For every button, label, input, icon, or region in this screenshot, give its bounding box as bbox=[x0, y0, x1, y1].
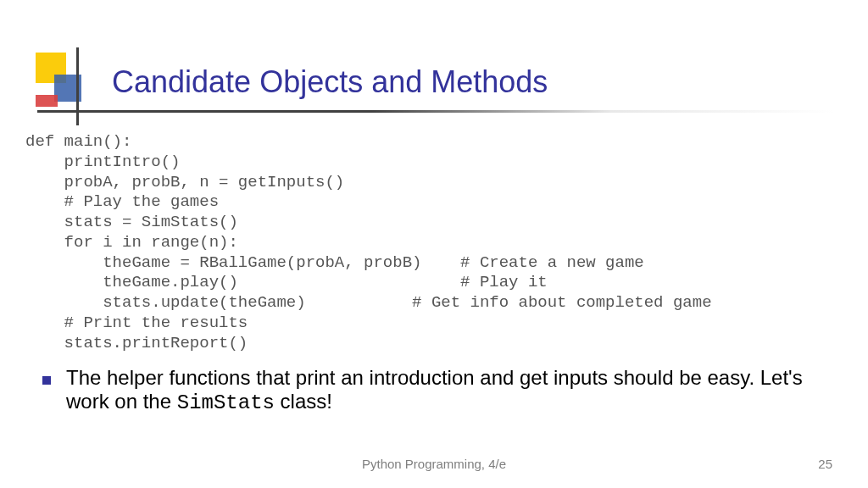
slide-corner-decoration bbox=[36, 53, 86, 112]
slide-title: Candidate Objects and Methods bbox=[112, 64, 548, 100]
footer-page-number: 25 bbox=[818, 457, 832, 471]
bullet-text: The helper functions that print an intro… bbox=[66, 366, 822, 416]
title-horizontal-rule bbox=[37, 110, 834, 113]
bullet-marker-icon bbox=[42, 376, 51, 385]
bullet-text-post: class! bbox=[275, 390, 332, 413]
footer-book-title: Python Programming, 4/e bbox=[0, 457, 868, 471]
code-block: def main(): printIntro() probA, probB, n… bbox=[25, 132, 712, 353]
bullet-item: The helper functions that print an intro… bbox=[42, 366, 822, 416]
bullet-text-mono: SimStats bbox=[177, 391, 275, 414]
deco-rect-red bbox=[36, 95, 58, 107]
title-vertical-rule bbox=[76, 47, 79, 125]
